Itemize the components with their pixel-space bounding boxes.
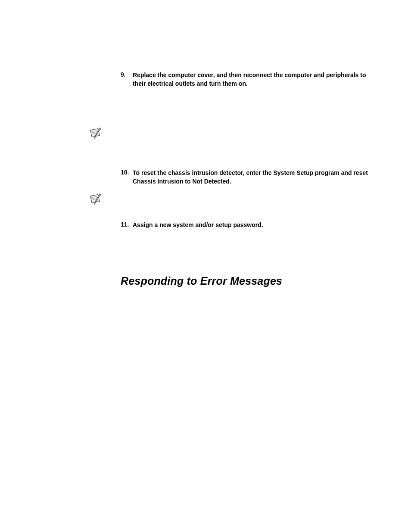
step-11: 11. Assign a new system and/or setup pas… bbox=[121, 221, 371, 230]
step-number: 9. bbox=[121, 71, 133, 88]
document-content: 9. Replace the computer cover, and then … bbox=[121, 71, 371, 287]
step-text: Assign a new system and/or setup passwor… bbox=[133, 221, 263, 230]
note-icon bbox=[89, 193, 104, 208]
step-text: To reset the chassis intrusion detector,… bbox=[133, 169, 371, 186]
note-icon bbox=[89, 127, 104, 143]
step-10: 10. To reset the chassis intrusion detec… bbox=[121, 169, 371, 186]
step-number: 11. bbox=[121, 221, 133, 230]
section-heading: Responding to Error Messages bbox=[121, 275, 371, 287]
step-number: 10. bbox=[121, 169, 133, 186]
step-9: 9. Replace the computer cover, and then … bbox=[121, 71, 371, 88]
step-text: Replace the computer cover, and then rec… bbox=[133, 71, 371, 88]
